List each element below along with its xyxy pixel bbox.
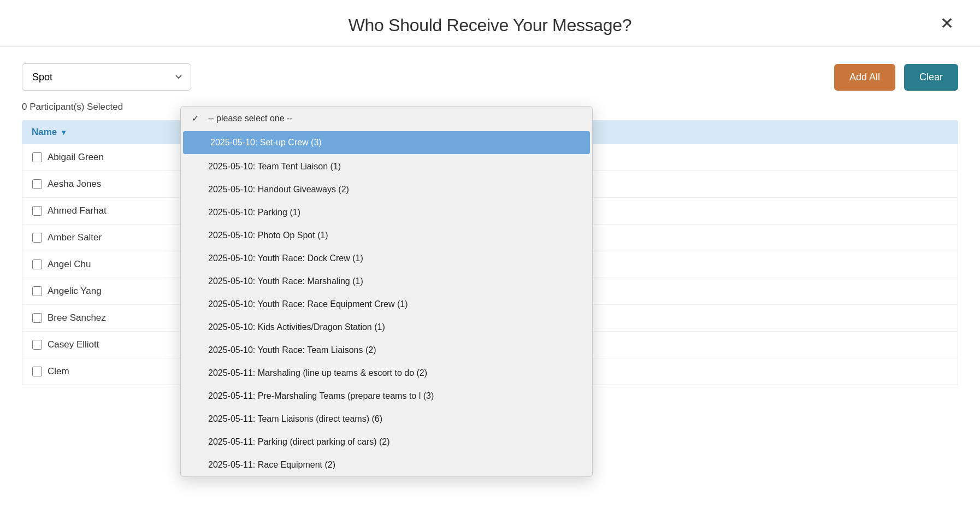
dropdown-item-label: 2025-05-10: Youth Race: Team Liaisons (2… [208,345,376,355]
dropdown-item-label: 2025-05-10: Youth Race: Marshaling (1) [208,276,363,286]
sort-arrow-icon: ▼ [60,128,67,137]
dropdown-item[interactable]: 2025-05-10: Youth Race: Race Equipment C… [181,293,592,316]
dropdown-item[interactable]: 2025-05-10: Parking (1) [181,201,592,224]
dropdown-item-label: 2025-05-10: Youth Race: Dock Crew (1) [208,254,363,263]
participant-checkbox[interactable] [32,286,42,296]
participant-name: Ahmed Farhat [48,205,107,216]
participant-name: Angelic Yang [48,286,102,297]
name-column-label: Name [32,127,57,138]
modal-container: Who Should Receive Your Message? ✕ Spot … [0,0,980,507]
dropdown-item-label: 2025-05-11: Race Equipment (2) [208,460,335,470]
spot-select[interactable]: Spot [22,63,191,91]
participant-checkbox[interactable] [32,340,42,350]
check-icon: ✓ [192,113,203,123]
modal-header: Who Should Receive Your Message? ✕ [0,0,980,47]
modal-title: Who Should Receive Your Message? [349,15,632,36]
dropdown-item-label: 2025-05-11: Marshaling (line up teams & … [208,368,427,378]
dropdown-item-label: 2025-05-10: Team Tent Liaison (1) [208,162,341,172]
clear-button[interactable]: Clear [904,64,958,91]
participant-checkbox[interactable] [32,367,42,376]
dropdown-item-label: 2025-05-10: Kids Activities/Dragon Stati… [208,322,385,332]
dropdown-item[interactable]: 2025-05-11: Race Equipment (2) [181,453,592,476]
dropdown-item-label: 2025-05-11: Team Liaisons (direct teams)… [208,414,382,424]
participant-checkbox[interactable] [32,233,42,243]
participant-name: Bree Sanchez [48,313,106,323]
dropdown-item[interactable]: 2025-05-10: Handout Giveaways (2) [181,178,592,201]
close-button[interactable]: ✕ [936,13,958,34]
dropdown-item-label: 2025-05-11: Pre-Marshaling Teams (prepar… [208,391,434,401]
add-all-button[interactable]: Add All [834,64,895,91]
dropdown-item[interactable]: 2025-05-11: Parking (direct parking of c… [181,431,592,453]
dropdown-item-label: 2025-05-10: Youth Race: Race Equipment C… [208,299,408,309]
dropdown-item[interactable]: 2025-05-11: Team Liaisons (direct teams)… [181,408,592,431]
participant-name: Casey Elliott [48,339,99,350]
modal-body: Spot Add All Clear 0 Participant(s) Sele… [0,47,980,402]
participant-name: Abigail Green [48,152,104,163]
participant-name: Aesha Jones [48,179,101,190]
participant-name: Clem [48,366,69,377]
dropdown-item[interactable]: 2025-05-10: Kids Activities/Dragon Stati… [181,316,592,339]
dropdown-item-label: 2025-05-11: Parking (direct parking of c… [208,437,390,447]
dropdown-item-label: 2025-05-10: Handout Giveaways (2) [208,185,349,194]
dropdown-item-label: 2025-05-10: Set-up Crew (3) [210,138,322,148]
participant-checkbox[interactable] [32,260,42,269]
dropdown-item[interactable]: 2025-05-11: Marshaling (line up teams & … [181,362,592,385]
participant-checkbox[interactable] [32,152,42,162]
dropdown-item[interactable]: 2025-05-10: Photo Op Spot (1) [181,224,592,247]
dropdown-item-label: 2025-05-10: Photo Op Spot (1) [208,231,328,240]
participant-name: Amber Salter [48,232,102,243]
participant-checkbox[interactable] [32,206,42,216]
spot-dropdown[interactable]: ✓ -- please select one -- 2025-05-10: Se… [180,106,593,477]
top-controls: Spot Add All Clear [22,63,958,91]
dropdown-item[interactable]: 2025-05-10: Youth Race: Team Liaisons (2… [181,339,592,362]
participant-checkbox[interactable] [32,313,42,323]
dropdown-item-label: -- please select one -- [208,114,293,123]
participant-checkbox[interactable] [32,179,42,189]
participant-name: Angel Chu [48,259,91,270]
dropdown-item[interactable]: ✓ -- please select one -- [181,107,592,130]
dropdown-item[interactable]: 2025-05-11: Pre-Marshaling Teams (prepar… [181,385,592,408]
dropdown-item[interactable]: 2025-05-10: Set-up Crew (3) [183,131,590,154]
dropdown-item[interactable]: 2025-05-10: Team Tent Liaison (1) [181,155,592,178]
dropdown-item[interactable]: 2025-05-10: Youth Race: Dock Crew (1) [181,247,592,270]
dropdown-item[interactable]: 2025-05-10: Youth Race: Marshaling (1) [181,270,592,293]
dropdown-item-label: 2025-05-10: Parking (1) [208,208,300,217]
